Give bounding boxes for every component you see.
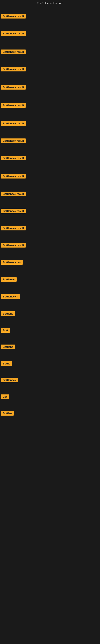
result-row-12: Bottleneck result <box>1 209 26 214</box>
bottleneck-badge-5[interactable]: Bottleneck result <box>1 85 26 90</box>
result-row-19: Bott <box>1 328 10 334</box>
bottleneck-badge-13[interactable]: Bottleneck result <box>1 226 26 230</box>
result-row-24: Bottlen <box>1 411 14 416</box>
bottleneck-badge-12[interactable]: Bottleneck result <box>1 209 26 213</box>
bottleneck-badge-7[interactable]: Bottleneck result <box>1 121 26 126</box>
result-row-14: Bottleneck result <box>1 243 26 248</box>
bottleneck-badge-16[interactable]: Bottlenec <box>1 277 17 282</box>
result-row-3: Bottleneck result <box>1 50 26 55</box>
bottleneck-badge-21[interactable]: Bottle <box>1 361 12 366</box>
result-row-17: Bottleneck r <box>1 294 20 300</box>
bottleneck-badge-15[interactable]: Bottleneck res <box>1 260 23 265</box>
bottleneck-badge-24[interactable]: Bottlen <box>1 411 14 416</box>
result-row-5: Bottleneck result <box>1 85 26 90</box>
result-row-6: Bottleneck result <box>1 103 26 108</box>
bottleneck-badge-19[interactable]: Bott <box>1 328 10 333</box>
result-row-11: Bottleneck result <box>1 192 26 197</box>
result-row-8: Bottleneck result <box>1 138 26 144</box>
result-row-9: Bottleneck result <box>1 156 26 161</box>
result-row-2: Bottleneck result <box>1 31 26 37</box>
bottleneck-badge-10[interactable]: Bottleneck result <box>1 174 26 178</box>
result-row-1: Bottleneck result <box>1 14 26 19</box>
result-row-10: Bottleneck result <box>1 174 26 179</box>
result-row-4: Bottleneck result <box>1 67 26 72</box>
bottleneck-badge-4[interactable]: Bottleneck result <box>1 67 26 72</box>
bottleneck-badge-17[interactable]: Bottleneck r <box>1 294 20 299</box>
bottleneck-badge-2[interactable]: Bottleneck result <box>1 31 26 36</box>
bottleneck-badge-3[interactable]: Bottleneck result <box>1 50 26 54</box>
result-row-18: Bottlene <box>1 311 15 317</box>
result-row-22: Bottleneck <box>1 378 18 383</box>
bottleneck-badge-23[interactable]: Bot <box>1 394 9 399</box>
bottleneck-badge-14[interactable]: Bottleneck result <box>1 243 26 248</box>
bottleneck-badge-20[interactable]: Bottlene <box>1 344 15 349</box>
result-row-20: Bottlene <box>1 344 15 350</box>
bottleneck-badge-6[interactable]: Bottleneck result <box>1 103 26 108</box>
site-title: TheBottlenecker.com <box>0 0 100 6</box>
result-row-7: Bottleneck result <box>1 121 26 126</box>
bottleneck-badge-8[interactable]: Bottleneck result <box>1 138 26 143</box>
bottleneck-badge-11[interactable]: Bottleneck result <box>1 192 26 196</box>
result-row-13: Bottleneck result <box>1 226 26 231</box>
bottleneck-badge-22[interactable]: Bottleneck <box>1 378 18 382</box>
bottleneck-badge-18[interactable]: Bottlene <box>1 311 15 316</box>
bottleneck-badge-1[interactable]: Bottleneck result <box>1 14 26 18</box>
result-row-15: Bottleneck res <box>1 260 23 266</box>
bottleneck-badge-9[interactable]: Bottleneck result <box>1 156 26 160</box>
result-row-16: Bottlenec <box>1 277 17 282</box>
text-cursor <box>1 540 1 544</box>
result-row-21: Bottle <box>1 361 12 367</box>
result-row-23: Bot <box>1 394 9 400</box>
